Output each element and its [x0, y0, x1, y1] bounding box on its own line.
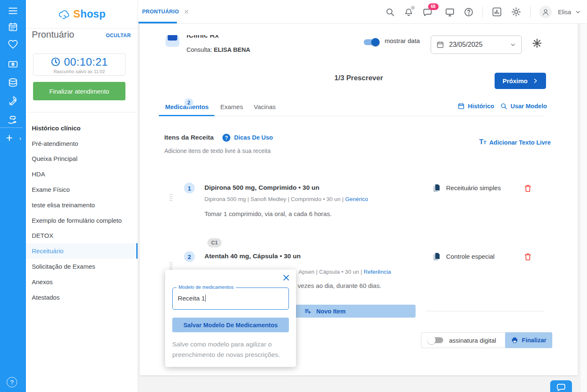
rail-help-icon[interactable]: ?: [7, 377, 17, 387]
usage-tips-link[interactable]: Dicas De Uso: [234, 134, 273, 141]
prescription-date-field[interactable]: 23/05/2025: [431, 36, 522, 54]
next-button[interactable]: Próximo: [495, 73, 546, 89]
messages-icon[interactable]: 68: [422, 7, 433, 17]
monitor-icon[interactable]: [445, 7, 455, 17]
reference-link[interactable]: Referência: [364, 269, 391, 275]
digital-signature-toggle[interactable]: [428, 337, 443, 343]
sidebar-item-solicitacao-exames[interactable]: Solicitação de Exames: [26, 259, 138, 274]
tab-prontuario[interactable]: PRONTUÁRIO: [138, 0, 192, 23]
item-details: Dipirona 500 mg | Sanofi Medley | Compri…: [204, 196, 368, 202]
item-doc-type[interactable]: Receituário simples: [432, 183, 501, 193]
drag-handle[interactable]: [169, 193, 173, 203]
sidebar-separator: [26, 112, 138, 112]
user-avatar[interactable]: [539, 6, 552, 18]
rx-settings-gear-icon[interactable]: [532, 38, 542, 48]
show-date-label: mostrar data: [385, 37, 420, 44]
hide-link[interactable]: OCULTAR: [106, 33, 131, 38]
notifications-bell-icon[interactable]: [404, 7, 413, 17]
expand-rail-icon[interactable]: ›: [19, 135, 21, 142]
document-copy-icon: [432, 252, 441, 261]
sidebar-item-historico-clinico[interactable]: Histórico clínico: [26, 120, 138, 136]
content-area: iClinic Rx Consulta: ELISA BENA mostrar …: [138, 24, 587, 392]
vertical-scrollbar[interactable]: [580, 24, 587, 392]
footer-divider: [426, 311, 545, 311]
topbar-divider: [482, 7, 483, 18]
billing-icon[interactable]: [8, 59, 18, 69]
sidebar-item-receituario[interactable]: Receituário: [26, 243, 138, 259]
calendar-icon: [436, 41, 444, 49]
sidebar-item-pre-atendimento[interactable]: Pré-atendimento: [26, 136, 138, 151]
template-helper-text: Salve como modelo para agilizar o preenc…: [172, 339, 293, 360]
tab-exames[interactable]: Exames: [220, 103, 243, 110]
main-area: PRONTUÁRIO 68: [138, 0, 587, 392]
search-icon: [500, 102, 508, 110]
calendar-icon[interactable]: [8, 22, 18, 32]
sidebar-item-exemplo-formulario[interactable]: Exemplo de formulário completo: [26, 213, 138, 228]
sidebar-item-hda[interactable]: HDA: [26, 166, 138, 182]
template-name-label: Modelo de medicamentos: [176, 285, 236, 290]
menu-icon[interactable]: [8, 5, 18, 16]
support-chat-button[interactable]: [550, 380, 572, 392]
close-icon[interactable]: [282, 274, 290, 282]
control-class-badge: C1: [207, 238, 222, 247]
search-icon[interactable]: [385, 7, 395, 17]
sidebar: Shosp Prontuário OCULTAR 00:10:21 Rascun…: [26, 0, 138, 392]
printer-icon: [511, 336, 518, 344]
timer-value: 00:10:21: [64, 56, 108, 69]
messages-count-badge: 68: [428, 3, 439, 10]
add-free-text-link[interactable]: TT Adicionar Texto Livre: [479, 138, 551, 146]
delete-item-icon[interactable]: [523, 252, 532, 262]
app-window: + › ? Shosp Prontuário OCULTAR 00:10:21 …: [0, 0, 587, 392]
history-link[interactable]: Histórico: [457, 102, 494, 110]
heart-icon[interactable]: [8, 39, 18, 50]
save-template-button[interactable]: Salvar Modelo De Medicamentos: [172, 318, 289, 332]
tips-help-icon[interactable]: ?: [222, 134, 230, 142]
sidebar-item-teste-elisa[interactable]: teste elisa treinamento: [26, 197, 138, 213]
generic-link[interactable]: Genérico: [345, 196, 368, 202]
save-template-popup: Modelo de medicamentos Receita 1 Salvar …: [165, 270, 296, 367]
sidebar-item-anexos[interactable]: Anexos: [26, 274, 138, 290]
help-icon[interactable]: [464, 7, 474, 17]
draft-saved-note: Rascunho salvo as 11:02: [54, 69, 105, 74]
settings-gear-icon[interactable]: [511, 7, 521, 17]
cloud-logo-icon: [58, 9, 70, 19]
support-hand-icon[interactable]: [8, 115, 19, 126]
medicamentos-count-badge: 2: [184, 98, 193, 107]
tab-vacinas[interactable]: Vacinas: [254, 103, 276, 110]
sidebar-item-queixa-principal[interactable]: Queixa Principal: [26, 151, 138, 167]
item-details: Apsen | Cápsula • 30 un | Referência: [299, 269, 391, 275]
sidebar-item-atestados[interactable]: Atestados: [26, 290, 138, 305]
show-date-toggle[interactable]: [364, 39, 379, 45]
chevron-right-icon: [533, 78, 538, 84]
reports-chart-icon[interactable]: [492, 7, 502, 17]
finalize-button[interactable]: Finalizar: [505, 332, 552, 348]
icon-rail: + › ?: [0, 0, 26, 392]
recipe-items-title: Itens da Receita: [164, 134, 214, 141]
template-name-input[interactable]: Modelo de medicamentos Receita 1: [172, 288, 289, 310]
item-posology: vezes ao dia, durante 60 dias.: [298, 282, 381, 289]
item-posology: Tomar 1 comprimido, via oral, a cada 6 h…: [204, 210, 332, 217]
sidebar-item-detox[interactable]: DETOX: [26, 228, 138, 244]
item-doc-type[interactable]: Controle especial: [432, 252, 495, 261]
add-icon[interactable]: +: [6, 131, 13, 145]
date-chevron-down-icon[interactable]: [510, 41, 516, 48]
chat-bubble-icon: [556, 382, 566, 392]
tools-icon[interactable]: [8, 96, 18, 107]
topbar: PRONTUÁRIO 68: [138, 0, 587, 24]
logo-text: Shosp: [73, 8, 105, 20]
document-copy-icon: [432, 183, 441, 193]
tab-close-icon[interactable]: [184, 9, 189, 14]
notification-dot: [411, 6, 415, 10]
use-template-link[interactable]: Usar Modelo: [500, 102, 547, 110]
text-cursor: [205, 295, 206, 302]
delete-item-icon[interactable]: [523, 183, 532, 193]
text-format-icon: TT: [479, 138, 486, 146]
item-title: Dipirona 500 mg, Comprimido • 30 un: [204, 184, 319, 191]
shosp-logo[interactable]: Shosp: [26, 0, 138, 28]
template-name-value: Receita 1: [178, 295, 206, 302]
database-icon[interactable]: [8, 77, 18, 88]
user-menu-chevron-icon[interactable]: [575, 9, 581, 15]
sidebar-item-exame-fisico[interactable]: Exame Físico: [26, 182, 138, 197]
finish-attendance-button[interactable]: Finalizar atendimento: [33, 82, 125, 100]
date-value: 23/05/2025: [449, 41, 505, 48]
